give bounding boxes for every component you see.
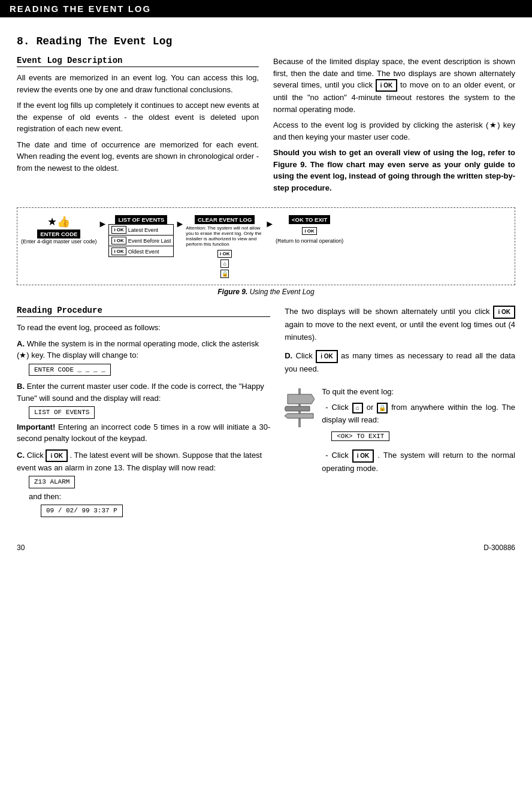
event-before-last: Event Before Last [128,238,171,244]
page-number: 30 [17,544,25,552]
step-a-text: While the system is in the normal operat… [17,339,259,360]
signs-graphic [285,388,315,424]
quit-section: To quit the event log: - Click ⌂ or 🔒 fr… [285,386,515,479]
step-b: B. Enter the current master user code. I… [17,381,270,445]
return-to-normal-text: (Return to normal operation) [276,238,343,244]
quit-bullet1: - Click ⌂ or 🔒 from anywhere within the … [322,401,515,427]
iok-button-d1: i OK [493,306,515,319]
arrow3: ► [264,219,276,230]
flow-start-node: ★👍 ENTER CODE (Enter 4-digit master user… [21,215,97,244]
figure-label: Figure 9. [217,288,247,296]
arrow1: ► [97,219,109,230]
step-d-right2: again to move to the next event, or unti… [285,320,515,342]
step-b-text: Enter the current master user code. If t… [17,382,264,403]
iok-button-inline1: i OK [376,79,398,92]
ok-to-exit-label: <OK TO EXIT [289,215,330,224]
important-label: Important! [17,422,55,431]
home-icon: ⌂ [220,259,229,268]
event-log-para6: Should you wish to get an overall view o… [273,147,515,194]
step-c-label: C. [17,451,25,460]
svg-marker-3 [285,413,313,418]
signs-icon [285,388,315,424]
quit-bullet1-pre: Click [332,403,349,412]
flow-diagram: ★👍 ENTER CODE (Enter 4-digit master user… [17,207,515,285]
event-log-left-col: Event Log Description All events are mem… [17,56,259,198]
page-content: 8. Reading The Event Log Event Log Descr… [0,17,532,534]
event-log-para5: Access to the event log is provided by c… [273,119,515,143]
svg-marker-1 [288,394,315,404]
and-then: and then: [29,491,270,503]
flow-exit-node: <OK TO EXIT i OK (Return to normal opera… [276,215,343,244]
lock-icons: i OK ⌂ 🔒 [217,249,232,279]
step-c: C. Click i OK . The latest event will be… [17,449,270,517]
figure-caption-text: Using the Event Log [250,288,315,296]
step-d-right-text: The two displays will be shown alternate… [285,306,515,344]
page-footer: 30 D-300886 [0,540,532,555]
quit-content: To quit the event log: - Click ⌂ or 🔒 fr… [322,386,515,479]
header-title: READING THE EVENT LOG [10,4,151,14]
event-log-para1: All events are memorized in an event log… [17,72,259,95]
event-log-para4: Because of the limited display space, th… [273,56,515,115]
flow-list-events-node: LIST OF EVENTS i OK Latest Event i OK Ev… [108,215,174,257]
step-b-important: Important! Entering an incorrect code 5 … [17,421,270,445]
quit-bullet2-end: . The system will return to the normal o… [322,451,515,473]
home-icon2: ⌂ [352,403,363,413]
step-a-display: ENTER CODE _ _ _ _ [29,364,111,376]
step-d-right1: The two displays will be shown alternate… [285,307,489,316]
event-log-description-section: Event Log Description All events are mem… [17,56,515,198]
quit-display: <OK> TO EXIT [331,431,389,441]
quit-title: To quit the event log: [322,386,515,398]
proc-right-col: The two displays will be shown alternate… [285,306,515,522]
step-c-display2: 09 / 02/ 99 3:37 P [41,505,123,517]
list-event-row3: i OK Oldest Event [109,246,173,256]
proc-left-col: Reading Procedure To read the event log,… [17,306,270,522]
page-header: READING THE EVENT LOG [0,0,532,17]
step-b-display: LIST OF EVENTS [29,406,95,419]
flow-clear-log-node: CLEAR EVENT LOG Attention: The system wi… [186,215,264,279]
list-event-row1: i OK Latest Event [109,225,173,236]
reading-procedure-section: Reading Procedure To read the event log,… [17,306,515,522]
reading-procedure-subtitle: Reading Procedure [17,306,270,317]
event-log-desc-subtitle: Event Log Description [17,56,259,67]
list-events-label: LIST OF EVENTS [115,215,167,224]
enter-code-label: ENTER CODE [37,230,80,238]
doc-number: D-300886 [483,544,515,552]
lock-icon2: 🔒 [377,403,388,413]
list-events-box: i OK Latest Event i OK Event Before Last… [108,224,174,257]
event-log-para3: The date and time of occurrence are memo… [17,139,259,174]
arrow2: ► [174,219,186,230]
quit-or: or [367,403,374,412]
step-a-label: A. [17,339,25,348]
quit-bullet1-end: from anywhere within the log. The displa… [322,403,515,424]
step-b-label: B. [17,382,25,391]
event-log-para2: If the event log fills up completely it … [17,99,259,135]
oldest-event: Oldest Event [128,249,159,255]
figure-caption: Figure 9. Using the Event Log [17,288,515,296]
svg-marker-2 [285,406,310,411]
signpost-svg [285,388,315,427]
quit-bullet2: - Click i OK . The system will return to… [322,449,515,475]
step-d-label: D. [285,351,292,360]
step-d-text: Click [296,351,313,360]
proc-intro: To read the event log, proceed as follow… [17,322,270,334]
step-a: A. While the system is in the normal ope… [17,338,270,376]
iok-button-c: i OK [46,449,68,462]
step-c-display1: Z13 ALARM [29,476,75,488]
step-d: D. Click i OK as many times as necessary… [285,350,515,376]
list-event-row2: i OK Event Before Last [109,236,173,246]
quit-bullet2-pre: Click [332,451,349,460]
enter-code-sub: (Enter 4-digit master user code) [21,238,97,244]
iok-button-quit: i OK [352,449,374,463]
lock-col1: i OK ⌂ 🔒 [217,249,232,279]
step-c-pre: Click [27,451,44,460]
iok-button-d2: i OK [316,350,338,363]
section-title: 8. Reading The Event Log [17,35,515,47]
clear-attention-text: Attention: The system will not allow you… [186,225,264,247]
event-log-right-col: Because of the limited display space, th… [273,56,515,198]
clear-event-log-label: CLEAR EVENT LOG [195,215,255,224]
lock-icon: 🔒 [220,270,229,278]
important-text: Entering an incorrect code 5 times in a … [17,422,270,443]
latest-event: Latest Event [128,227,158,233]
star-hand-icon: ★👍 [47,215,70,228]
